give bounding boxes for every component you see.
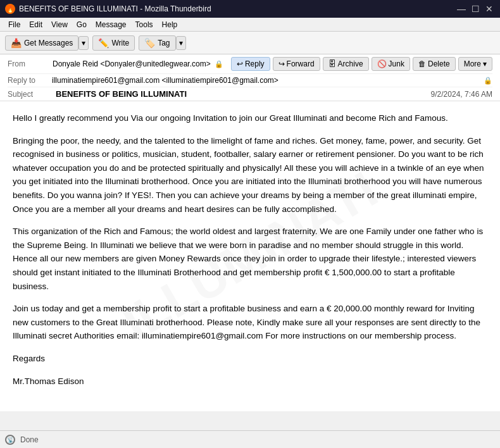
body-paragraph-3: This organization of the Rich and Famous… — [13, 225, 487, 293]
menu-tools[interactable]: Tools — [131, 19, 158, 30]
forward-icon: ↪ — [278, 59, 285, 68]
reply-to-value: illuminatiempire601@gmail.com <illuminat… — [52, 76, 481, 85]
get-messages-icon: 📥 — [11, 38, 22, 48]
minimize-button[interactable]: — — [456, 3, 467, 15]
window-title-bar: 🔥 BENEFITS OF BEING ILLUMINATI - Mozilla… — [0, 0, 500, 18]
menu-view[interactable]: View — [47, 19, 72, 30]
tag-dropdown[interactable]: ▾ — [176, 36, 186, 50]
email-body: ILLUMINATI Hello I greatly recommend you… — [0, 101, 500, 411]
tag-icon: 🏷️ — [144, 38, 155, 48]
reply-to-row: Reply to illuminatiempire601@gmail.com <… — [8, 74, 492, 87]
from-value: Donyale Reid <Donyaler@unitedlegwear.com… — [53, 59, 211, 68]
connection-status-icon: 📡 — [5, 435, 15, 445]
menu-help[interactable]: Help — [158, 19, 182, 30]
menu-bar: File Edit View Go Message Tools Help — [0, 18, 500, 32]
get-messages-dropdown[interactable]: ▾ — [78, 36, 89, 50]
from-label: From — [8, 59, 49, 68]
status-text: Done — [20, 435, 39, 444]
app-icon: 🔥 — [5, 4, 15, 14]
junk-icon: 🚫 — [377, 59, 387, 68]
email-date: 9/2/2024, 7:46 AM — [431, 90, 492, 99]
subject-row: Subject BENEFITS OF BEING ILLUMINATI 9/2… — [8, 87, 492, 101]
status-bar: 📡 Done — [0, 430, 500, 448]
email-header-section: From Donyale Reid <Donyaler@unitedlegwea… — [0, 54, 500, 101]
reply-button[interactable]: ↩ Reply — [231, 57, 270, 71]
write-icon: ✏️ — [98, 38, 109, 48]
menu-edit[interactable]: Edit — [25, 19, 47, 30]
delete-button[interactable]: 🗑 Delete — [413, 57, 456, 71]
body-paragraph-2: Bringing the poor, the needy, and the ta… — [13, 134, 487, 216]
body-regards: Regards — [13, 352, 487, 366]
delete-icon: 🗑 — [418, 59, 426, 68]
body-paragraph-4: Join us today and get a membership profi… — [13, 302, 487, 343]
window-controls: — ☐ ✕ — [456, 3, 495, 15]
tag-button[interactable]: 🏷️ Tag — [139, 35, 175, 51]
more-button[interactable]: More ▾ — [458, 57, 492, 71]
reply-to-label: Reply to — [8, 76, 52, 85]
archive-button[interactable]: 🗄 Archive — [323, 57, 369, 71]
menu-go[interactable]: Go — [72, 19, 91, 30]
write-button[interactable]: ✏️ Write — [92, 35, 135, 51]
email-content: Hello I greatly recommend you Via our on… — [13, 111, 487, 388]
toolbar: 📥 Get Messages ▾ ✏️ Write 🏷️ Tag ▾ — [0, 32, 500, 54]
body-signature: Mr.Thomas Edison — [13, 375, 487, 389]
maximize-button[interactable]: ☐ — [470, 3, 481, 15]
subject-label: Subject — [8, 90, 52, 99]
email-action-buttons: ↩ Reply ↪ Forward 🗄 Archive 🚫 Junk 🗑 Del… — [231, 57, 492, 71]
archive-icon: 🗄 — [328, 59, 336, 68]
subject-value: BENEFITS OF BEING ILLUMINATI — [56, 89, 187, 99]
close-button[interactable]: ✕ — [484, 3, 495, 15]
window-title: BENEFITS OF BEING ILLUMINATI - Mozilla T… — [19, 4, 211, 13]
from-security-icon: 🔒 — [215, 60, 223, 68]
forward-button[interactable]: ↪ Forward — [273, 57, 320, 71]
reply-to-security-icon: 🔒 — [484, 77, 492, 85]
menu-file[interactable]: File — [4, 19, 25, 30]
from-row: From Donyale Reid <Donyaler@unitedlegwea… — [8, 54, 492, 74]
reply-icon: ↩ — [237, 59, 243, 68]
junk-button[interactable]: 🚫 Junk — [372, 57, 410, 71]
body-paragraph-1: Hello I greatly recommend you Via our on… — [13, 111, 487, 125]
get-messages-button[interactable]: 📥 Get Messages — [5, 35, 78, 51]
menu-message[interactable]: Message — [91, 19, 131, 30]
